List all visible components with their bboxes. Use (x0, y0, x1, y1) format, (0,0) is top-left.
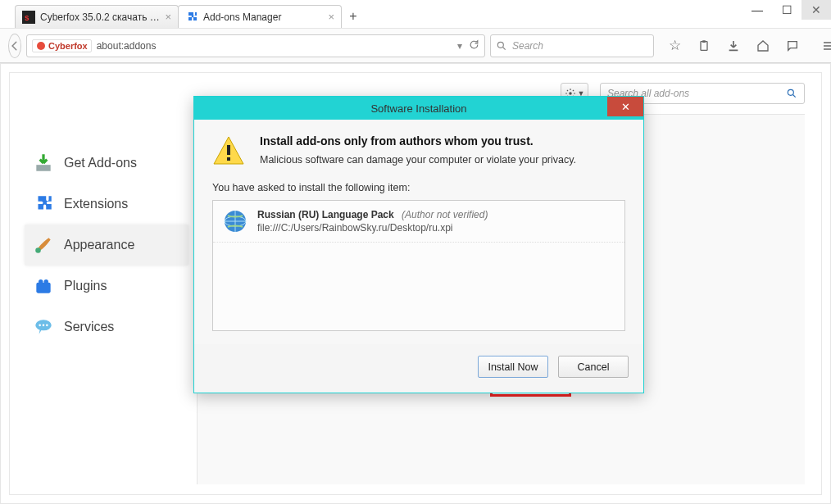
tab-close-icon[interactable]: × (328, 11, 334, 23)
favicon-rs-icon: s (22, 11, 35, 24)
minimize-button[interactable]: — (742, 0, 772, 20)
svg-point-17 (43, 325, 45, 327)
puzzle-icon (185, 11, 198, 24)
cancel-label: Cancel (578, 361, 610, 373)
svg-point-13 (39, 279, 43, 284)
install-item[interactable]: Russian (RU) Language Pack (Author not v… (213, 201, 624, 243)
svg-text:s: s (25, 13, 30, 22)
svg-rect-21 (227, 157, 230, 161)
home-icon[interactable] (756, 39, 770, 53)
svg-line-9 (793, 95, 796, 98)
sidebar-item-label: Extensions (64, 197, 128, 211)
window-controls: — ☐ ✕ (742, 0, 831, 20)
search-icon (496, 40, 507, 52)
maximize-button[interactable]: ☐ (772, 0, 801, 20)
sidebar-item-plugins[interactable]: Plugins (25, 266, 188, 306)
brand-label: Cyberfox (48, 41, 88, 51)
toolbar-icons: ☆ (667, 39, 831, 53)
svg-rect-12 (36, 283, 50, 293)
svg-point-8 (788, 89, 793, 95)
url-text: about:addons (97, 40, 452, 52)
search-box[interactable] (490, 34, 654, 57)
fox-icon (36, 41, 46, 51)
arrow-left-icon (9, 40, 20, 52)
download-box-icon (33, 152, 54, 174)
tab-label: Add-ons Manager (203, 11, 323, 23)
lego-icon (33, 275, 54, 297)
svg-point-16 (39, 325, 41, 327)
category-sidebar: Get Add-ons Extensions Appearance Plugin… (25, 143, 188, 347)
warning-icon (212, 134, 245, 167)
svg-point-7 (569, 92, 572, 95)
bookmark-star-icon[interactable]: ☆ (667, 39, 682, 53)
nav-toolbar: Cyberfox about:addons ▾ ☆ (0, 29, 831, 63)
sidebar-item-label: Appearance (64, 238, 134, 252)
reload-icon[interactable] (469, 39, 479, 52)
dialog-close-button[interactable]: ✕ (607, 97, 643, 116)
sidebar-item-extensions[interactable]: Extensions (25, 184, 188, 225)
search-input[interactable] (512, 40, 648, 52)
dialog-heading: Install add-ons only from authors whom y… (260, 134, 576, 148)
sidebar-item-label: Get Add-ons (64, 156, 137, 170)
cloud-chat-icon (33, 316, 54, 338)
dialog-title-text: Software Installation (370, 102, 466, 115)
window-close-button[interactable]: ✕ (801, 0, 831, 20)
dialog-asked-text: You have asked to install the following … (212, 182, 625, 193)
svg-point-14 (44, 279, 48, 284)
dialog-button-row: Install Now Cancel (194, 344, 643, 393)
new-tab-button[interactable]: + (341, 5, 366, 28)
back-button[interactable] (8, 34, 21, 58)
svg-rect-5 (701, 41, 707, 50)
svg-point-3 (497, 42, 503, 48)
install-now-label: Install Now (488, 361, 538, 373)
url-bar[interactable]: Cyberfox about:addons ▾ (26, 34, 485, 57)
item-unverified: (Author not verified) (402, 209, 488, 220)
tab-cyberfox-download[interactable]: s Cyberfox 35.0.2 скачать бр... × (15, 5, 179, 28)
menu-icon[interactable] (821, 39, 831, 53)
downloads-icon[interactable] (726, 39, 741, 53)
identity-badge[interactable]: Cyberfox (32, 39, 92, 52)
svg-point-18 (46, 325, 48, 327)
tab-close-icon[interactable]: × (165, 11, 171, 23)
search-icon (786, 88, 797, 99)
cancel-button[interactable]: Cancel (558, 356, 629, 378)
tab-strip: s Cyberfox 35.0.2 скачать бр... × Add-on… (0, 0, 831, 29)
svg-point-11 (35, 247, 41, 253)
sidebar-item-services[interactable]: Services (25, 306, 188, 347)
puzzle-icon (33, 193, 54, 215)
globe-icon (223, 209, 247, 234)
item-path: file:///C:/Users/RainbowSky.ru/Desktop/r… (257, 222, 488, 234)
dialog-body: Install add-ons only from authors whom y… (194, 120, 643, 344)
svg-point-2 (37, 42, 45, 50)
install-item-list[interactable]: Russian (RU) Language Pack (Author not v… (212, 200, 625, 331)
svg-line-4 (503, 47, 506, 49)
close-icon: ✕ (621, 101, 630, 113)
url-actions: ▾ (457, 39, 479, 52)
svg-rect-6 (702, 40, 706, 43)
clipboard-icon[interactable] (697, 39, 711, 53)
tab-addons-manager[interactable]: Add-ons Manager × (178, 5, 342, 28)
install-now-button[interactable]: Install Now (478, 356, 548, 378)
dialog-titlebar[interactable]: Software Installation ✕ (194, 97, 643, 120)
sidebar-item-get-addons[interactable]: Get Add-ons (25, 143, 188, 184)
item-name: Russian (RU) Language Pack (257, 209, 394, 220)
paintbrush-icon (33, 234, 54, 256)
sidebar-item-label: Plugins (64, 279, 107, 293)
tab-label: Cyberfox 35.0.2 скачать бр... (40, 11, 160, 23)
svg-rect-10 (36, 165, 50, 171)
dropdown-icon[interactable]: ▾ (457, 40, 462, 52)
svg-rect-20 (227, 145, 230, 155)
sidebar-item-appearance[interactable]: Appearance (25, 225, 188, 266)
sidebar-item-label: Services (64, 320, 114, 334)
dialog-subtext: Malicious software can damage your compu… (260, 154, 576, 166)
install-dialog: Software Installation ✕ Install add-ons … (193, 96, 644, 393)
chat-icon[interactable] (785, 39, 800, 53)
